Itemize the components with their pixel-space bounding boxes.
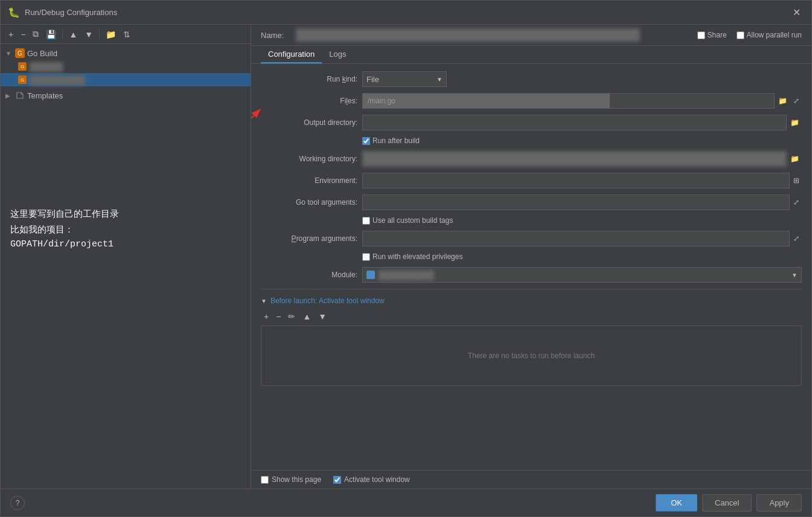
ok-button[interactable]: OK <box>656 494 697 512</box>
go-tool-args-expand-btn[interactable]: ⤢ <box>791 194 802 210</box>
before-launch-remove-btn[interactable]: − <box>273 310 284 323</box>
custom-build-tags-checkbox[interactable] <box>362 217 370 225</box>
run-after-build-row: Run after build <box>261 136 802 145</box>
share-checkbox-label[interactable]: Share <box>697 31 727 39</box>
before-launch-up-btn[interactable]: ▲ <box>299 310 314 323</box>
annotation-line1: 这里要写到自己的工作目录 <box>10 206 119 222</box>
working-dir-folder-btn[interactable]: 📁 <box>788 151 802 167</box>
svg-text:G: G <box>18 50 22 57</box>
files-label: Files: <box>261 97 357 105</box>
working-dir-input[interactable] <box>362 151 787 167</box>
parallel-checkbox[interactable] <box>737 31 744 39</box>
child-2-label: ██████████ <box>30 75 85 85</box>
activate-tool-window-text: Activate tool window <box>344 475 410 484</box>
folder-button[interactable]: 📁 <box>103 28 119 41</box>
close-button[interactable]: ✕ <box>789 5 804 19</box>
tree-item-child-1[interactable]: G ██████ <box>1 60 251 73</box>
bottom-checkboxes: Show this page Activate tool window <box>251 470 811 489</box>
tab-logs[interactable]: Logs <box>322 46 353 63</box>
elevated-priv-row: Run with elevated privileges <box>261 252 802 261</box>
run-kind-arrow: ▼ <box>436 76 443 83</box>
program-args-input[interactable] <box>362 231 790 246</box>
name-row: Name: <box>261 28 640 42</box>
output-dir-folder-btn[interactable]: 📁 <box>788 115 802 130</box>
parallel-checkbox-label[interactable]: Allow parallel run <box>737 31 802 39</box>
before-launch-section: ▼ Before launch: Activate tool window + … <box>261 289 802 386</box>
custom-build-tags-label[interactable]: Use all custom build tags <box>362 216 453 225</box>
run-kind-select[interactable]: File ▼ <box>362 71 447 87</box>
environment-label: Environment: <box>261 176 357 185</box>
cancel-button[interactable]: Cancel <box>702 494 752 512</box>
tree-item-go-build[interactable]: ▼ G Go Build <box>1 47 251 60</box>
before-launch-title: Before launch: Activate tool window <box>270 297 385 305</box>
activate-tool-window-label[interactable]: Activate tool window <box>333 475 410 484</box>
header-checkboxes: Share Allow parallel run <box>697 31 802 39</box>
share-label: Share <box>708 31 727 39</box>
help-button[interactable]: ? <box>10 496 25 510</box>
config-body: Run kind: File ▼ Files: 📁 ⤢ <box>251 64 811 470</box>
go-build-label: Go Build <box>27 49 57 58</box>
files-folder-btn[interactable]: 📁 <box>776 93 790 109</box>
name-label: Name: <box>261 31 291 40</box>
move-up-button[interactable]: ▲ <box>66 28 80 41</box>
module-label: Module: <box>261 271 357 279</box>
go-tool-args-row: Go tool arguments: ⤢ <box>261 194 802 210</box>
apply-button[interactable]: Apply <box>756 494 802 512</box>
tab-configuration[interactable]: Configuration <box>261 46 322 63</box>
config-tree: ▼ G Go Build G <box>1 44 251 489</box>
program-args-expand-btn[interactable]: ⤢ <box>791 231 802 246</box>
share-checkbox[interactable] <box>697 31 705 39</box>
name-input[interactable] <box>296 28 640 42</box>
output-dir-input[interactable] <box>362 115 787 130</box>
templates-label: Templates <box>27 91 63 100</box>
add-config-button[interactable]: + <box>5 28 16 41</box>
run-after-build-checkbox[interactable] <box>362 137 370 145</box>
annotation-line3: GOPATH/dir/project1 <box>10 237 119 252</box>
remove-config-button[interactable]: − <box>18 28 28 41</box>
output-dir-label: Output directory: <box>261 118 357 127</box>
elevated-priv-checkbox[interactable] <box>362 253 370 261</box>
save-config-button[interactable]: 💾 <box>43 28 59 41</box>
child-2-icon: G <box>18 75 27 85</box>
custom-build-tags-text: Use all custom build tags <box>372 216 453 225</box>
move-down-button[interactable]: ▼ <box>82 28 96 41</box>
parallel-label: Allow parallel run <box>747 31 802 39</box>
environment-input-group: ⊞ <box>362 173 802 188</box>
activate-tool-window-checkbox[interactable] <box>333 476 341 484</box>
templates-icon <box>15 91 25 100</box>
files-input-group: 📁 ⤢ <box>362 93 802 109</box>
before-launch-edit-btn[interactable]: ✏ <box>285 310 298 323</box>
svg-text:G: G <box>21 77 24 83</box>
go-tool-args-input[interactable] <box>362 194 790 210</box>
titlebar: 🐛 Run/Debug Configurations ✕ <box>1 1 811 25</box>
tree-item-templates[interactable]: ▶ Templates <box>1 89 251 102</box>
before-launch-header[interactable]: ▼ Before launch: Activate tool window <box>261 294 802 307</box>
toolbar-separator <box>62 30 63 39</box>
before-launch-down-btn[interactable]: ▼ <box>315 310 330 323</box>
output-dir-input-group: 📁 <box>362 115 802 130</box>
left-panel: + − ⧉ 💾 ▲ ▼ 📁 ⇅ ▼ G <box>1 25 251 489</box>
elevated-priv-label[interactable]: Run with elevated privileges <box>362 252 462 261</box>
environment-input[interactable] <box>362 173 790 188</box>
name-header: Name: Share Allow parallel run <box>251 25 811 46</box>
before-launch-add-btn[interactable]: + <box>261 310 272 323</box>
copy-config-button[interactable]: ⧉ <box>30 27 42 41</box>
sort-button[interactable]: ⇅ <box>120 28 133 41</box>
show-this-page-label[interactable]: Show this page <box>261 475 321 484</box>
module-value: ██████████ <box>379 271 434 280</box>
program-args-label: Program arguments: <box>261 234 357 243</box>
tree-item-child-2[interactable]: G ██████████ <box>1 73 251 86</box>
before-launch-toolbar: + − ✏ ▲ ▼ <box>261 307 802 326</box>
working-dir-row: Working directory: 📁 <box>261 151 802 167</box>
environment-expand-btn[interactable]: ⊞ <box>791 173 802 188</box>
module-select[interactable]: ██████████ ▼ <box>362 267 802 283</box>
working-dir-label: Working directory: <box>261 155 357 163</box>
files-expand-btn[interactable]: ⤢ <box>791 93 802 109</box>
child-1-label: ██████ <box>30 62 63 71</box>
run-after-build-label[interactable]: Run after build <box>362 136 420 145</box>
program-args-input-group: ⤢ <box>362 231 802 246</box>
working-dir-input-group: 📁 <box>362 151 802 167</box>
files-input[interactable] <box>362 93 775 109</box>
show-this-page-checkbox[interactable] <box>261 476 269 484</box>
right-panel: Name: Share Allow parallel run <box>251 25 811 489</box>
